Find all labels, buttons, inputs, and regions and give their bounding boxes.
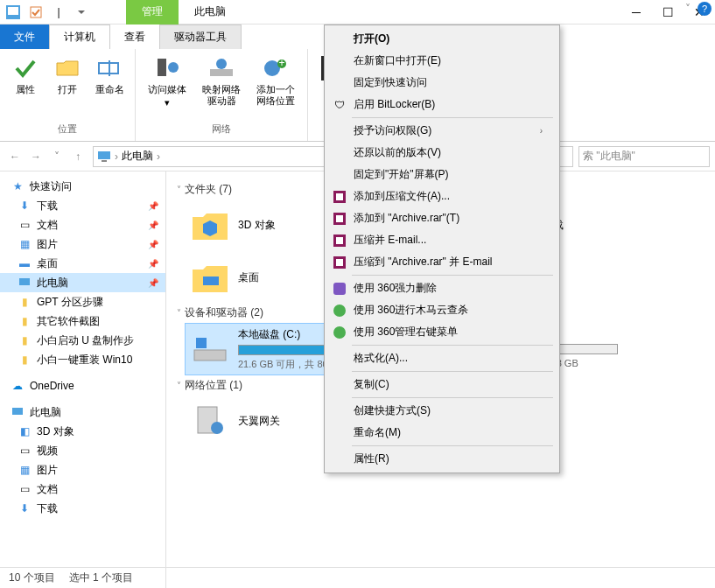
sidebar-folder-other[interactable]: ▮其它软件截图 bbox=[0, 312, 165, 331]
ctx-360-delete[interactable]: 使用 360强力删除 bbox=[327, 277, 557, 299]
qat-dropdown-icon[interactable] bbox=[72, 3, 91, 22]
checkmark-icon bbox=[11, 54, 39, 82]
picture-icon: ▦ bbox=[18, 463, 32, 477]
separator bbox=[352, 345, 553, 346]
item-count: 10 个项目 bbox=[9, 570, 55, 585]
forward-button[interactable]: → bbox=[26, 147, 46, 166]
svg-point-26 bbox=[211, 422, 223, 434]
sidebar-folder-xb1[interactable]: ▮小白启动 U 盘制作步 bbox=[0, 331, 165, 350]
sidebar-thispc[interactable]: 此电脑📌 bbox=[0, 273, 165, 292]
ctx-open-new-window[interactable]: 在新窗口中打开(E) bbox=[327, 50, 557, 72]
ctx-rar-email[interactable]: 压缩并 E-mail... bbox=[327, 229, 557, 251]
svg-point-36 bbox=[333, 304, 346, 317]
sidebar-pictures[interactable]: ▦图片📌 bbox=[0, 234, 165, 254]
ctx-properties[interactable]: 属性(R) bbox=[327, 448, 557, 470]
ribbon-collapse-icon[interactable]: ˅ bbox=[685, 3, 690, 15]
sidebar-desktop[interactable]: ▬桌面📌 bbox=[0, 254, 165, 273]
folder-icon: ▮ bbox=[18, 353, 32, 367]
sidebar-folder-xb2[interactable]: ▮小白一键重装 Win10 bbox=[0, 350, 165, 369]
svg-point-8 bbox=[216, 59, 227, 69]
back-button[interactable]: ← bbox=[5, 147, 25, 166]
ctx-open[interactable]: 打开(O) bbox=[327, 28, 557, 50]
svg-text:+: + bbox=[278, 57, 284, 69]
svg-rect-22 bbox=[194, 350, 226, 360]
sidebar-videos[interactable]: ▭视频 bbox=[0, 441, 165, 460]
minimize-button[interactable]: ─ bbox=[620, 0, 652, 24]
separator bbox=[352, 371, 553, 372]
360-icon bbox=[333, 282, 347, 296]
sidebar-documents[interactable]: ▭文档📌 bbox=[0, 215, 165, 234]
winrar-icon bbox=[333, 212, 347, 226]
computer-tab[interactable]: 计算机 bbox=[49, 24, 110, 49]
breadcrumb-thispc[interactable]: 此电脑 bbox=[122, 149, 153, 164]
help-icon[interactable]: ? bbox=[697, 2, 711, 16]
ctx-360-manage-menu[interactable]: 使用 360管理右键菜单 bbox=[327, 321, 557, 343]
sidebar-downloads[interactable]: ⬇下载📌 bbox=[0, 196, 165, 215]
sidebar-3dobjects[interactable]: ◧3D 对象 bbox=[0, 422, 165, 441]
drive-tools-tab[interactable]: 驱动器工具 bbox=[159, 24, 242, 49]
svg-rect-18 bbox=[12, 408, 23, 415]
history-dropdown[interactable]: ˅ bbox=[47, 147, 67, 166]
ctx-rar-archive[interactable]: 添加到 "Archive.rar"(T) bbox=[327, 207, 557, 229]
properties-button[interactable]: 属性 bbox=[5, 52, 46, 122]
separator bbox=[352, 397, 553, 398]
sidebar-pictures2[interactable]: ▦图片 bbox=[0, 460, 165, 480]
ctx-previous-versions[interactable]: 还原以前的版本(V) bbox=[327, 142, 557, 164]
manage-contextual-tab[interactable]: 管理 bbox=[126, 0, 179, 24]
ctx-rar-add[interactable]: 添加到压缩文件(A)... bbox=[327, 186, 557, 207]
svg-rect-35 bbox=[333, 283, 346, 295]
svg-rect-5 bbox=[158, 59, 166, 76]
svg-rect-34 bbox=[336, 259, 343, 266]
pc-icon bbox=[11, 405, 25, 419]
up-button[interactable]: ↑ bbox=[68, 147, 88, 166]
winrar-icon bbox=[333, 190, 347, 204]
ctx-grant-access[interactable]: 授予访问权限(G)› bbox=[327, 120, 557, 142]
ctx-rar-archive-email[interactable]: 压缩到 "Archive.rar" 并 E-mail bbox=[327, 251, 557, 273]
svg-rect-21 bbox=[203, 276, 219, 285]
window-title: 此电脑 bbox=[179, 0, 242, 24]
separator bbox=[352, 275, 553, 276]
folder-3d-objects[interactable]: 3D 对象 bbox=[186, 200, 334, 249]
sidebar-folder-gpt[interactable]: ▮GPT 分区步骤 bbox=[0, 292, 165, 312]
ctx-pin-start[interactable]: 固定到"开始"屏幕(P) bbox=[327, 164, 557, 186]
add-network-location-button[interactable]: + 添加一个 网络位置 bbox=[249, 52, 302, 122]
view-tab[interactable]: 查看 bbox=[110, 24, 159, 49]
doc-icon: ▭ bbox=[18, 218, 32, 232]
map-network-drive-button[interactable]: 映射网络 驱动器 bbox=[195, 52, 248, 122]
access-media-button[interactable]: 访问媒体 ▾ bbox=[141, 52, 193, 122]
qat-checkbox-icon[interactable] bbox=[26, 3, 46, 22]
ctx-rename[interactable]: 重命名(M) bbox=[327, 422, 557, 444]
svg-rect-15 bbox=[98, 151, 110, 159]
ctx-create-shortcut[interactable]: 创建快捷方式(S) bbox=[327, 400, 557, 422]
sidebar-documents2[interactable]: ▭文档 bbox=[0, 480, 165, 499]
folder-desktop[interactable]: 桌面 bbox=[186, 253, 334, 302]
sidebar-thispc2[interactable]: 此电脑 bbox=[0, 402, 165, 422]
sidebar-downloads2[interactable]: ⬇下载 bbox=[0, 499, 165, 518]
qat-separator: | bbox=[49, 3, 68, 22]
network-group-label: 网络 bbox=[141, 122, 302, 137]
sidebar-quick-access[interactable]: ★快速访问 bbox=[0, 177, 165, 196]
ctx-format[interactable]: 格式化(A)... bbox=[327, 347, 557, 369]
pin-icon: 📌 bbox=[148, 259, 158, 269]
ctx-bitlocker[interactable]: 🛡启用 BitLocker(B) bbox=[327, 94, 557, 116]
star-icon: ★ bbox=[11, 179, 25, 193]
svg-rect-7 bbox=[210, 69, 233, 76]
app-icon[interactable] bbox=[4, 3, 23, 22]
ctx-copy[interactable]: 复制(C) bbox=[327, 374, 557, 396]
360-icon bbox=[333, 304, 347, 318]
winrar-icon bbox=[333, 234, 347, 248]
rename-button[interactable]: 重命名 bbox=[89, 52, 130, 122]
chevron-right-icon: › bbox=[540, 126, 543, 136]
ctx-pin-quick-access[interactable]: 固定到快速访问 bbox=[327, 72, 557, 94]
open-button[interactable]: 打开 bbox=[47, 52, 88, 122]
search-input[interactable]: 索 "此电脑" bbox=[578, 146, 710, 167]
maximize-button[interactable]: ☐ bbox=[652, 0, 683, 24]
drive-icon bbox=[191, 332, 229, 367]
sidebar-onedrive[interactable]: ☁OneDrive bbox=[0, 376, 165, 396]
pc-icon bbox=[97, 150, 111, 163]
separator bbox=[352, 117, 553, 118]
ctx-360-trojan-scan[interactable]: 使用 360进行木马云查杀 bbox=[327, 299, 557, 321]
video-icon: ▭ bbox=[18, 444, 32, 458]
status-bar: 10 个项目 选中 1 个项目 bbox=[0, 567, 715, 588]
file-tab[interactable]: 文件 bbox=[0, 24, 49, 49]
